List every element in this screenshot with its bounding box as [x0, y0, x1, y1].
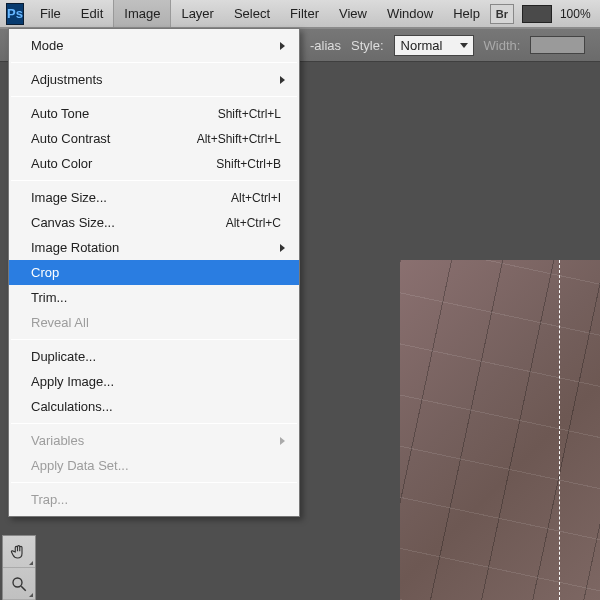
menu-item-canvas-size[interactable]: Canvas Size...Alt+Ctrl+C	[9, 210, 299, 235]
tool-submenu-indicator	[29, 561, 33, 565]
menu-label: Image Rotation	[31, 240, 119, 255]
menu-item-auto-color[interactable]: Auto ColorShift+Ctrl+B	[9, 151, 299, 176]
menu-layer[interactable]: Layer	[171, 0, 224, 27]
menu-label: Adjustments	[31, 72, 103, 87]
style-label: Style:	[351, 38, 384, 53]
menu-label: Reveal All	[31, 315, 89, 330]
menu-shortcut: Shift+Ctrl+B	[216, 157, 281, 171]
bridge-icon[interactable]: Br	[490, 4, 514, 24]
menu-item-duplicate[interactable]: Duplicate...	[9, 344, 299, 369]
menu-image[interactable]: Image	[113, 0, 171, 27]
menu-filter[interactable]: Filter	[280, 0, 329, 27]
menu-shortcut: Alt+Ctrl+C	[226, 216, 281, 230]
document-image	[400, 260, 600, 600]
menu-separator	[11, 482, 297, 483]
svg-point-0	[13, 578, 22, 587]
menu-separator	[11, 96, 297, 97]
selection-marquee	[559, 260, 560, 600]
menu-separator	[11, 423, 297, 424]
menu-item-mode[interactable]: Mode	[9, 33, 299, 58]
menu-shortcut: Alt+Ctrl+I	[231, 191, 281, 205]
menu-edit[interactable]: Edit	[71, 0, 113, 27]
menu-item-crop[interactable]: Crop	[9, 260, 299, 285]
tool-submenu-indicator	[29, 593, 33, 597]
menu-label: Variables	[31, 433, 84, 448]
menu-item-auto-contrast[interactable]: Auto ContrastAlt+Shift+Ctrl+L	[9, 126, 299, 151]
width-label: Width:	[484, 38, 521, 53]
svg-line-1	[21, 586, 26, 591]
menu-label: Apply Image...	[31, 374, 114, 389]
menubar: Ps File Edit Image Layer Select Filter V…	[0, 0, 600, 28]
zoom-level[interactable]: 100%	[560, 7, 591, 21]
menu-label: Calculations...	[31, 399, 113, 414]
tool-dock	[2, 535, 36, 600]
image-menu-dropdown: Mode Adjustments Auto ToneShift+Ctrl+L A…	[8, 28, 300, 517]
menu-separator	[11, 339, 297, 340]
menu-separator	[11, 62, 297, 63]
style-select[interactable]: Normal	[394, 35, 474, 56]
menu-label: Mode	[31, 38, 64, 53]
menu-item-reveal-all: Reveal All	[9, 310, 299, 335]
menu-label: Auto Tone	[31, 106, 89, 121]
menu-help[interactable]: Help	[443, 0, 490, 27]
menu-label: Image Size...	[31, 190, 107, 205]
menu-item-trim[interactable]: Trim...	[9, 285, 299, 310]
menu-item-variables: Variables	[9, 428, 299, 453]
hand-tool[interactable]	[3, 536, 35, 568]
menubar-right: Br 100%	[490, 4, 600, 24]
menu-item-image-rotation[interactable]: Image Rotation	[9, 235, 299, 260]
menu-item-apply-image[interactable]: Apply Image...	[9, 369, 299, 394]
menu-label: Auto Contrast	[31, 131, 111, 146]
menu-item-image-size[interactable]: Image Size...Alt+Ctrl+I	[9, 185, 299, 210]
menu-shortcut: Alt+Shift+Ctrl+L	[197, 132, 281, 146]
menu-label: Crop	[31, 265, 59, 280]
hand-icon	[10, 543, 28, 561]
menu-item-apply-data-set: Apply Data Set...	[9, 453, 299, 478]
menu-label: Auto Color	[31, 156, 92, 171]
menu-label: Duplicate...	[31, 349, 96, 364]
menu-label: Canvas Size...	[31, 215, 115, 230]
menu-label: Trap...	[31, 492, 68, 507]
menu-label: Trim...	[31, 290, 67, 305]
antialias-label: -alias	[310, 38, 341, 53]
menu-separator	[11, 180, 297, 181]
menu-label: Apply Data Set...	[31, 458, 129, 473]
menu-window[interactable]: Window	[377, 0, 443, 27]
screen-mode-icon[interactable]	[522, 5, 552, 23]
zoom-tool[interactable]	[3, 568, 35, 600]
magnifier-icon	[10, 575, 28, 593]
menu-item-calculations[interactable]: Calculations...	[9, 394, 299, 419]
tile-pattern	[400, 260, 600, 600]
menu-file[interactable]: File	[30, 0, 71, 27]
app-logo: Ps	[6, 3, 24, 25]
menu-item-trap: Trap...	[9, 487, 299, 512]
menu-shortcut: Shift+Ctrl+L	[218, 107, 281, 121]
menu-item-adjustments[interactable]: Adjustments	[9, 67, 299, 92]
menu-select[interactable]: Select	[224, 0, 280, 27]
menu-item-auto-tone[interactable]: Auto ToneShift+Ctrl+L	[9, 101, 299, 126]
menu-view[interactable]: View	[329, 0, 377, 27]
width-input[interactable]	[530, 36, 585, 54]
